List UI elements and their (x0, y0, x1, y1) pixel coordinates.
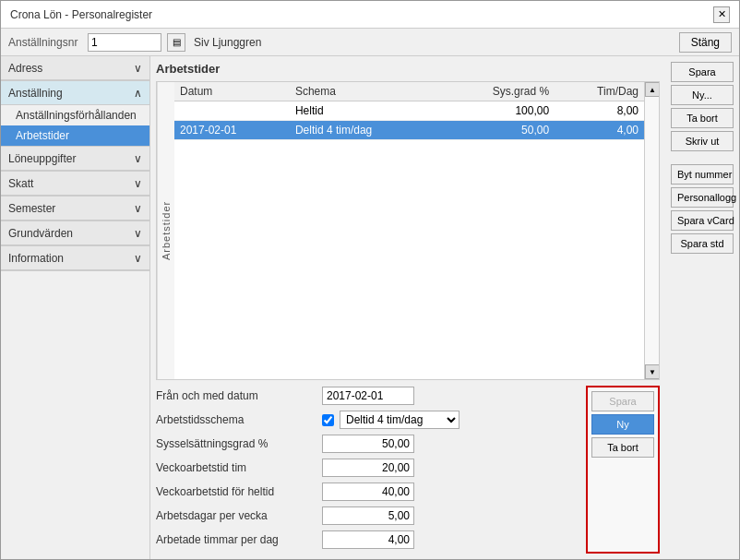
sidebar-grundvarden-chevron: ∨ (134, 227, 142, 240)
ny-button[interactable]: Ny... (671, 85, 734, 105)
arbetstider-table: Datum Schema Sys.grad % Tim/Dag Heltid 1… (174, 82, 644, 140)
sidebar-anstallning-chevron: ∧ (134, 87, 142, 100)
title-bar: Crona Lön - Personalregister ✕ (1, 1, 739, 29)
sidebar-grundvarden-label: Grundvärden (8, 227, 73, 240)
main-content: Adress ∨ Anställning ∧ Anställningsförhå… (1, 56, 739, 559)
scroll-down-button[interactable]: ▼ (645, 364, 660, 379)
cell-datum: 2017-02-01 (174, 121, 290, 140)
scroll-track[interactable] (645, 97, 659, 364)
cell-schema: Deltid 4 tim/dag (290, 121, 439, 140)
center-content: Arbetstider Arbetstider Datum Schema Sys… (150, 56, 665, 559)
sidebar-header-grundvarden[interactable]: Grundvärden ∨ (1, 221, 149, 245)
form-input-sysgrad[interactable] (322, 435, 414, 453)
col-timdag: Tim/Dag (555, 82, 644, 101)
form-row-timmar-dag: Arbetade timmar per dag (156, 530, 579, 550)
form-input-vecka-tim[interactable] (322, 459, 414, 477)
sidebar-adress-chevron: ∨ (134, 62, 142, 75)
panel-title: Arbetstider (156, 62, 660, 76)
sidebar-header-skatt[interactable]: Skatt ∨ (1, 172, 149, 196)
employee-name: Siv Ljunggren (191, 35, 674, 50)
byt-nummer-button[interactable]: Byt nummer (671, 164, 734, 185)
form-row-schema: Arbetstidsschema Deltid 4 tim/dag (156, 410, 579, 430)
form-input-timmar-dag[interactable] (322, 530, 414, 549)
sidebar-section-adress: Adress ∨ (1, 56, 149, 81)
personallogg-button[interactable]: Personallogg (671, 187, 734, 208)
sidebar-skatt-label: Skatt (8, 177, 33, 190)
spara-vcard-button[interactable]: Spara vCard (671, 210, 734, 231)
form-row-arbetsdagar: Arbetsdagar per vecka (156, 506, 579, 526)
form-label-sysgrad: Sysselsättningsgrad % (156, 437, 322, 450)
sidebar-loneuppgifter-label: Löneuppgifter (8, 152, 76, 165)
form-row-vecka-tim: Veckoarbetstid tim (156, 458, 579, 478)
table-container[interactable]: Datum Schema Sys.grad % Tim/Dag Heltid 1… (174, 82, 644, 379)
form-row-sysgrad: Sysselsättningsgrad % (156, 434, 579, 454)
anstallningsnr-label: Anställningsnr (8, 36, 82, 49)
sidebar-information-label: Information (8, 252, 64, 265)
sidebar-loneuppgifter-chevron: ∨ (134, 152, 142, 165)
sidebar-item-anstallningsforhallanden[interactable]: Anställningsförhållanden (1, 105, 149, 125)
sidebar-header-anstallning[interactable]: Anställning ∧ (1, 81, 149, 105)
form-label-arbetsdagar: Arbetsdagar per vecka (156, 509, 322, 522)
sidebar-semester-label: Semester (8, 202, 55, 215)
table-row[interactable]: Heltid 100,00 8,00 (174, 101, 644, 121)
form-row-vecka-heltid: Veckoarbetstid för heltid (156, 482, 579, 502)
form-row-datum: Från och med datum (156, 386, 579, 406)
anstallningsnr-input[interactable] (88, 33, 161, 52)
button-separator (671, 154, 734, 161)
schema-checkbox[interactable] (322, 414, 334, 426)
sidebar-skatt-chevron: ∨ (134, 177, 142, 190)
vertical-label: Arbetstider (157, 82, 174, 379)
cell-sysgrad: 100,00 (439, 101, 555, 121)
ta-bort-button[interactable]: Ta bort (671, 108, 734, 128)
window-title: Crona Lön - Personalregister (10, 8, 152, 21)
form-label-datum: Från och med datum (156, 389, 322, 402)
sidebar: Adress ∨ Anställning ∧ Anställningsförhå… (1, 56, 150, 559)
sidebar-header-information[interactable]: Information ∨ (1, 246, 149, 270)
cell-datum (174, 101, 290, 121)
spara-button[interactable]: Spara (671, 62, 734, 82)
close-button[interactable]: Stäng (679, 32, 732, 53)
sidebar-adress-label: Adress (8, 62, 42, 75)
form-section: Från och med datum Arbetstidsschema Delt… (156, 386, 660, 554)
form-label-vecka-tim: Veckoarbetstid tim (156, 461, 322, 474)
col-schema: Schema (290, 82, 439, 101)
sidebar-section-grundvarden: Grundvärden ∨ (1, 221, 149, 246)
form-input-arbetsdagar[interactable] (322, 506, 414, 525)
cell-timdag: 4,00 (555, 121, 644, 140)
scroll-up-button[interactable]: ▲ (645, 82, 660, 97)
spara-std-button[interactable]: Spara std (671, 233, 734, 254)
form-spara-button[interactable]: Spara (591, 391, 654, 411)
cell-sysgrad: 50,00 (439, 121, 555, 140)
form-fields: Från och med datum Arbetstidsschema Delt… (156, 386, 579, 554)
sidebar-information-chevron: ∨ (134, 252, 142, 265)
sidebar-section-skatt: Skatt ∨ (1, 172, 149, 197)
action-buttons-panel: Spara Ny... Ta bort Skriv ut Byt nummer … (665, 56, 739, 559)
arbetstider-panel: Arbetstider Datum Schema Sys.grad % Tim/… (156, 81, 660, 380)
form-ny-button[interactable]: Ny (591, 414, 654, 435)
table-row[interactable]: 2017-02-01 Deltid 4 tim/dag 50,00 4,00 (174, 121, 644, 140)
form-buttons-panel: Spara Ny Ta bort (586, 386, 660, 554)
schema-select[interactable]: Deltid 4 tim/dag (340, 411, 460, 429)
form-label-schema: Arbetstidsschema (156, 413, 322, 426)
form-ta-bort-button[interactable]: Ta bort (591, 437, 654, 458)
sidebar-section-semester: Semester ∨ (1, 197, 149, 221)
col-sysgrad: Sys.grad % (439, 82, 555, 101)
form-input-datum[interactable] (322, 387, 414, 405)
sidebar-header-semester[interactable]: Semester ∨ (1, 197, 149, 220)
search-icon-button[interactable]: ▤ (167, 33, 185, 52)
sidebar-anstallning-label: Anställning (8, 87, 63, 100)
sidebar-semester-chevron: ∨ (134, 202, 142, 215)
form-input-vecka-heltid[interactable] (322, 483, 414, 501)
sidebar-item-arbetstider[interactable]: Arbetstider (1, 125, 149, 146)
sidebar-section-anstallning: Anställning ∧ Anställningsförhållanden A… (1, 81, 149, 147)
form-label-vecka-heltid: Veckoarbetstid för heltid (156, 485, 322, 498)
sidebar-header-loneuppgifter[interactable]: Löneuppgifter ∨ (1, 147, 149, 171)
skriv-ut-button[interactable]: Skriv ut (671, 131, 734, 151)
window-close-button[interactable]: ✕ (713, 6, 730, 23)
table-scrollbar[interactable]: ▲ ▼ (644, 82, 659, 379)
sidebar-section-loneuppgifter: Löneuppgifter ∨ (1, 147, 149, 172)
sidebar-header-adress[interactable]: Adress ∨ (1, 56, 149, 80)
sidebar-section-information: Information ∨ (1, 246, 149, 271)
cell-schema: Heltid (290, 101, 439, 121)
main-window: Crona Lön - Personalregister ✕ Anställni… (0, 0, 740, 560)
